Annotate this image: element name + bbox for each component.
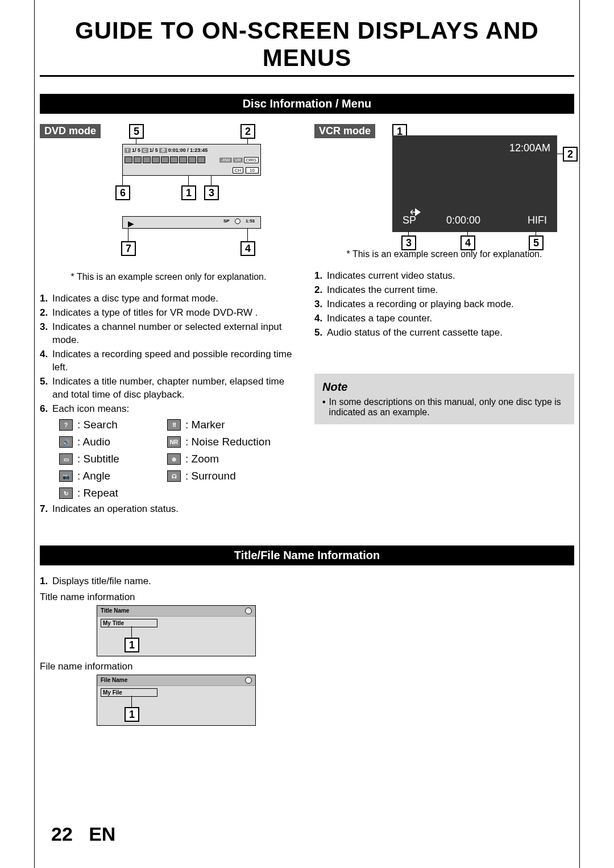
section-disc-info: Disc Information / Menu	[40, 94, 574, 114]
disc-icon	[235, 218, 240, 224]
vcr-item-5: Audio status of the current cassette tap…	[327, 326, 574, 340]
file-callout-1: 1	[125, 707, 139, 722]
title-info-label: Title name information	[40, 592, 574, 603]
subtitle-icon	[143, 156, 151, 163]
legend-nr: : Noise Reduction	[185, 436, 271, 448]
callout-6: 6	[115, 185, 130, 200]
vcr-footnote: * This is an example screen only for exp…	[314, 249, 574, 259]
time-value: 0:01:00 / 1:23:45	[168, 147, 208, 153]
dvd-sp: SP	[223, 218, 230, 224]
vcr-callout-3: 3	[401, 235, 416, 250]
legend-audio: : Audio	[77, 436, 110, 448]
legend-nr-icon: NR	[167, 436, 181, 448]
vcr-item-1: Indicates current video status.	[327, 270, 574, 283]
dvd-item-4: Indicates a recording speed and possible…	[52, 348, 297, 374]
disc-icon	[245, 607, 252, 614]
callout-5: 5	[129, 124, 144, 139]
ch-value: 10	[246, 167, 259, 173]
section-title-file: Title/File Name Information	[40, 545, 574, 565]
page-title: GUIDE TO ON-SCREEN DISPLAYS AND MENUS	[40, 17, 574, 77]
repeat-icon	[161, 156, 169, 163]
dvd-diagram: 5 2 T 1/ 5 C 1/ 5 ⏱ 0:01:00 / 1:23:45	[112, 124, 271, 266]
audio-icon	[134, 156, 142, 163]
title-hdr: Title Name	[101, 607, 129, 614]
note-heading: Note	[322, 381, 566, 394]
note-box: Note •In some descriptions on this manua…	[314, 374, 574, 424]
dvd-rectime: 1:53	[246, 218, 255, 224]
org-badge: ORG	[244, 157, 259, 163]
dvd-item-7: Indicates an operation status.	[52, 503, 297, 516]
file-info-label: File name information	[40, 661, 574, 672]
vcr-time: 12:00AM	[509, 142, 550, 154]
vcr-diagram: 1 12:00AM SP 0:00:00 HIFI 2 3 4 5	[392, 124, 574, 243]
dvd-mode-label: DVD mode	[40, 124, 101, 138]
callout-2: 2	[240, 124, 255, 139]
t-icon: T	[125, 148, 131, 153]
callout-1: 1	[181, 185, 196, 200]
rw-badge: -RW	[219, 158, 232, 163]
page-lang: EN	[89, 823, 115, 845]
legend-zoom: : Zoom	[185, 453, 219, 465]
dvd-item-2: Indicates a type of titles for VR mode D…	[52, 307, 297, 320]
legend-subtitle: : Subtitle	[77, 453, 119, 465]
dvd-item-6: Each icon means:	[52, 403, 297, 416]
legend-search: : Search	[77, 419, 118, 431]
title-callout-1: 1	[125, 638, 139, 652]
vcr-list: 1.Indicates current video status. 2.Indi…	[314, 270, 574, 340]
vr-badge: VR	[233, 158, 243, 163]
vcr-callout-5: 5	[529, 235, 544, 250]
file-value: My File	[101, 688, 157, 697]
dvd-list: 1.Indicates a disc type and format mode.…	[40, 292, 297, 415]
note-text: In some descriptions on this manual, onl…	[329, 397, 566, 418]
marker-icon	[170, 156, 178, 163]
vcr-sp: SP	[403, 214, 416, 226]
icon-legend: ?: Search ⠿: Marker 🔊: Audio NR: Noise R…	[59, 419, 297, 499]
legend-marker-icon: ⠿	[167, 419, 181, 431]
zoom-icon	[188, 156, 196, 163]
vcr-counter: 0:00:00	[446, 214, 480, 226]
page-number: 22	[51, 823, 73, 845]
legend-repeat: : Repeat	[77, 487, 118, 499]
file-hdr: File Name	[101, 677, 127, 684]
vcr-mode-label: VCR mode	[314, 124, 375, 138]
callout-3: 3	[204, 185, 219, 200]
legend-surround-icon: ☊	[167, 470, 181, 482]
dvd-column: DVD mode 5 2 T 1/ 5 C 1/ 5 ⏱ 0:01:00 / 1…	[40, 124, 297, 517]
page-footer: 22 EN	[51, 823, 115, 845]
play-icon: ▶	[128, 219, 134, 228]
legend-search-icon: ?	[59, 419, 73, 431]
vcr-item-4: Indicates a tape counter.	[327, 312, 574, 325]
legend-angle: : Angle	[77, 470, 110, 482]
dvd-item-1: Indicates a disc type and format mode.	[52, 292, 297, 305]
title-info-panel: Title Name My Title 1	[97, 605, 256, 656]
vcr-callout-4: 4	[460, 235, 475, 250]
legend-audio-icon: 🔊	[59, 436, 73, 448]
surround-icon	[197, 156, 205, 163]
ch-label: CH	[233, 167, 244, 173]
vcr-hifi: HIFI	[528, 214, 547, 226]
legend-surround: : Surround	[185, 470, 236, 482]
legend-repeat-icon: ↻	[59, 487, 73, 499]
title-file-area: 1.Displays title/file name. Title name i…	[40, 576, 574, 726]
nr-icon	[179, 156, 187, 163]
title-value: My Title	[101, 619, 157, 627]
file-info-panel: File Name My File 1	[97, 675, 256, 726]
search-icon	[125, 156, 132, 163]
dvd-footnote: * This is an example screen only for exp…	[40, 272, 297, 282]
dvd-item-3: Indicates a channel number or selected e…	[52, 321, 297, 347]
legend-subtitle-icon: ▭	[59, 453, 73, 465]
tf-item-1: Displays title/file name.	[52, 576, 574, 587]
angle-icon	[152, 156, 160, 163]
vcr-item-3: Indicates a recording or playing back mo…	[327, 298, 574, 311]
legend-angle-icon: 📷	[59, 470, 73, 482]
callout-4: 4	[240, 241, 255, 256]
vcr-osd-box: 12:00AM SP 0:00:00 HIFI	[392, 135, 557, 232]
vcr-callout-2: 2	[563, 147, 578, 162]
callout-7: 7	[121, 241, 136, 256]
dvd-osd-box: T 1/ 5 C 1/ 5 ⏱ 0:01:00 / 1:23:45	[122, 144, 261, 176]
dvd-item-5: Indicates a title number, chapter number…	[52, 375, 297, 402]
vcr-item-2: Indicates the current time.	[327, 284, 574, 297]
c-value: 1/ 5	[150, 147, 158, 153]
disc-icon	[245, 677, 252, 684]
legend-zoom-icon: ⊕	[167, 453, 181, 465]
